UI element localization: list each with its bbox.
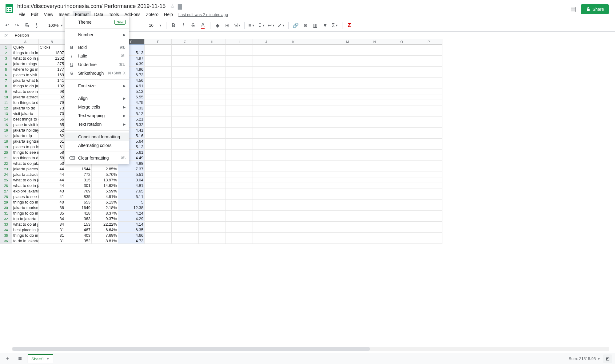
cell[interactable] (415, 150, 442, 155)
cell[interactable] (253, 56, 280, 61)
cell[interactable] (199, 227, 226, 233)
cell[interactable] (334, 205, 361, 211)
cell[interactable] (172, 216, 199, 222)
cell[interactable] (172, 139, 199, 144)
cell[interactable]: 418 (65, 211, 92, 216)
cell[interactable]: 5.51 (118, 172, 145, 177)
cell[interactable] (361, 122, 388, 128)
cell[interactable] (253, 50, 280, 56)
cell[interactable] (253, 222, 280, 227)
cell[interactable]: 44 (39, 183, 65, 188)
cell[interactable] (253, 177, 280, 183)
cell[interactable] (145, 89, 172, 94)
cell[interactable] (307, 238, 334, 244)
cell[interactable] (361, 238, 388, 244)
cell[interactable] (226, 83, 253, 89)
row-header[interactable]: 5 (0, 67, 12, 72)
cell[interactable] (334, 100, 361, 105)
cell[interactable] (415, 194, 442, 200)
cell[interactable] (145, 205, 172, 211)
cell[interactable]: 58 (39, 155, 65, 161)
cell[interactable] (334, 89, 361, 94)
cell[interactable] (199, 105, 226, 111)
link-button[interactable]: 🔗 (291, 21, 300, 30)
cell[interactable]: what to do in jaka (12, 177, 39, 183)
column-header[interactable]: M (334, 39, 361, 45)
cell[interactable] (280, 117, 307, 122)
merge-button[interactable]: ⇲ ▼ (233, 21, 242, 30)
cell[interactable] (280, 233, 307, 238)
cell[interactable] (388, 238, 415, 244)
cell[interactable] (226, 111, 253, 117)
cell[interactable] (307, 233, 334, 238)
cell[interactable] (388, 211, 415, 216)
cell[interactable] (415, 144, 442, 150)
cell[interactable] (361, 172, 388, 177)
cell[interactable] (361, 128, 388, 133)
cell[interactable] (172, 155, 199, 161)
cell[interactable] (307, 227, 334, 233)
cell[interactable] (415, 238, 442, 244)
cell[interactable] (172, 45, 199, 50)
cell[interactable] (253, 155, 280, 161)
cell[interactable] (172, 122, 199, 128)
cell[interactable]: 13.97% (92, 177, 118, 183)
cell[interactable] (388, 155, 415, 161)
cell[interactable] (172, 94, 199, 100)
cell[interactable] (226, 78, 253, 83)
strikethrough-button[interactable]: S (189, 21, 198, 30)
cell[interactable] (226, 105, 253, 111)
cell[interactable] (145, 200, 172, 205)
cell[interactable] (415, 89, 442, 94)
cell[interactable]: what to do in jaka (12, 183, 39, 188)
format-menu-number[interactable]: Number▶ (65, 30, 129, 39)
cell[interactable] (334, 177, 361, 183)
cell[interactable] (280, 122, 307, 128)
cell[interactable] (145, 161, 172, 166)
cell[interactable] (226, 139, 253, 144)
cell[interactable]: 79 (39, 100, 65, 105)
cell[interactable] (280, 177, 307, 183)
cell[interactable] (199, 56, 226, 61)
cell[interactable] (280, 211, 307, 216)
cell[interactable]: 403 (65, 233, 92, 238)
cell[interactable]: 1649 (65, 205, 92, 211)
filter-button[interactable]: ▼ (321, 21, 330, 30)
cell[interactable] (388, 222, 415, 227)
cell[interactable] (307, 222, 334, 227)
cell[interactable] (253, 105, 280, 111)
cell[interactable]: 4.91% (92, 194, 118, 200)
column-header[interactable]: J (253, 39, 280, 45)
cell[interactable]: 102 (39, 83, 65, 89)
cell[interactable] (226, 45, 253, 50)
doc-title[interactable]: https://discoveryourindonesia.com/ Perfo… (16, 2, 167, 10)
cell[interactable] (361, 117, 388, 122)
cell[interactable] (388, 128, 415, 133)
cell[interactable] (145, 67, 172, 72)
menu-item-edit[interactable]: Edit (29, 11, 41, 18)
cell[interactable] (307, 67, 334, 72)
row-header[interactable]: 28 (0, 194, 12, 200)
cell[interactable] (415, 183, 442, 188)
cell[interactable] (172, 177, 199, 183)
cell[interactable]: 375 (39, 61, 65, 67)
cell[interactable] (388, 144, 415, 150)
cell[interactable]: 467 (65, 227, 92, 233)
cell[interactable] (199, 150, 226, 155)
row-header[interactable]: 12 (0, 105, 12, 111)
cell[interactable] (280, 105, 307, 111)
cell[interactable] (172, 78, 199, 83)
cell[interactable] (415, 139, 442, 144)
cell[interactable]: 1262 (39, 56, 65, 61)
cell[interactable] (334, 172, 361, 177)
select-all-corner[interactable] (0, 39, 12, 45)
row-header[interactable]: 29 (0, 200, 12, 205)
cell[interactable] (334, 133, 361, 139)
cell[interactable] (415, 56, 442, 61)
cell[interactable] (172, 83, 199, 89)
cell[interactable] (172, 56, 199, 61)
cell[interactable] (145, 56, 172, 61)
cell[interactable] (145, 150, 172, 155)
cell[interactable] (307, 144, 334, 150)
cell[interactable] (145, 111, 172, 117)
